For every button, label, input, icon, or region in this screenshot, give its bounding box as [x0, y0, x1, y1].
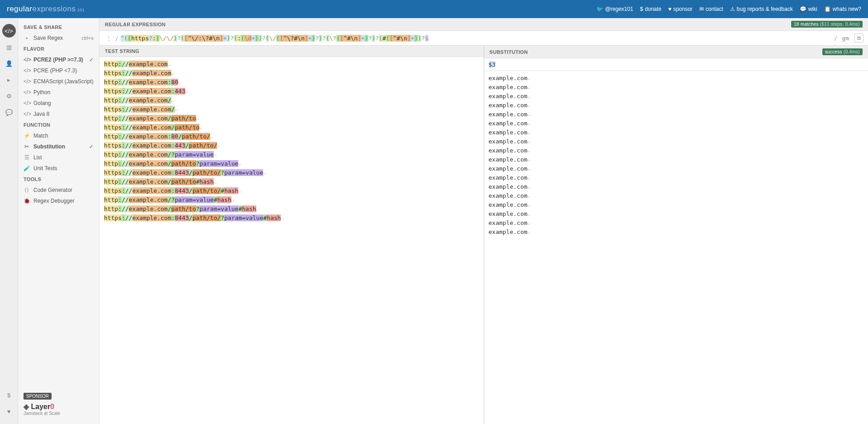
- flavor-item[interactable]: </>PCRE (PHP <7.3): [18, 65, 99, 76]
- flavor-icon: </>: [24, 111, 30, 117]
- section-save-share: SAVE & SHARE: [18, 22, 99, 33]
- rail-quiz-icon[interactable]: ▸: [2, 73, 16, 86]
- function-label: Unit Tests: [33, 165, 57, 172]
- link-icon: 📋: [824, 6, 831, 12]
- logo[interactable]: regularexpressions101: [7, 5, 85, 14]
- flavor-icon: </>: [24, 78, 30, 85]
- link-icon: 💬: [800, 6, 807, 12]
- link-label: whats new?: [833, 6, 861, 12]
- sponsor-link[interactable]: ♥sponsor: [668, 6, 693, 12]
- sidebar: SAVE & SHARE ▪ Save Regex ctrl+s FLAVOR …: [18, 18, 99, 424]
- function-item[interactable]: ☰List: [18, 152, 99, 163]
- flavor-label: PCRE2 (PHP >=7.3): [33, 57, 83, 63]
- regex-header: REGULAR EXPRESSION 18 matches (611 steps…: [99, 18, 868, 31]
- function-label: Substitution: [33, 143, 65, 150]
- rail-favorite-icon[interactable]: ♥: [2, 405, 16, 418]
- nav-rail: </> ▥ 👤 ▸ ⚙ 💬 $ ♥: [0, 18, 18, 424]
- flavor-icon: </>: [24, 100, 30, 106]
- rail-regex-icon[interactable]: </>: [2, 24, 16, 38]
- regex-pattern-input[interactable]: ^((https?:)\/\/)?([^\/:\?#\n]+)?(:(\d+))…: [121, 35, 832, 42]
- link-icon: 🐦: [596, 6, 603, 12]
- rail-settings-icon[interactable]: ⚙: [2, 89, 16, 103]
- match-count: 18 matches: [794, 22, 819, 27]
- flavor-icon: </>: [24, 89, 30, 95]
- app-header: regularexpressions101 🐦@regex101$donate♥…: [0, 0, 868, 18]
- flavor-item[interactable]: </>Python: [18, 87, 99, 98]
- flavor-item[interactable]: </>ECMAScript (JavaScript): [18, 76, 99, 87]
- tool-item[interactable]: ⟨⟩Code Generator: [18, 185, 99, 195]
- sponsor-logo-zero: 0: [50, 403, 54, 410]
- function-icon: 🧪: [24, 165, 30, 172]
- link-label: @regex101: [605, 6, 633, 12]
- sponsor-logo-main: Layer: [31, 403, 50, 410]
- test-header: TEST STRING: [99, 46, 484, 57]
- regex-input-bar[interactable]: ⋮ / ^((https?:)\/\/)?([^\/:\?#\n]+)?(:(\…: [99, 31, 868, 46]
- function-label: List: [33, 154, 42, 161]
- section-flavor: FLAVOR: [18, 43, 99, 54]
- copy-regex-icon[interactable]: ⧉: [854, 33, 863, 43]
- success-text: success: [825, 49, 842, 54]
- link-icon: ✉: [699, 6, 704, 12]
- link-icon: ♥: [668, 6, 671, 12]
- sidebar-save-regex[interactable]: ▪ Save Regex ctrl+s: [18, 33, 99, 43]
- regex-flags[interactable]: gm: [839, 35, 852, 42]
- flavor-icon: </>: [24, 57, 30, 63]
- function-icon: ✂: [24, 143, 30, 150]
- check-icon: ✓: [89, 57, 94, 63]
- test-string-input[interactable]: http://example.com↵ https://example.com↵…: [99, 57, 484, 424]
- twitter-link[interactable]: 🐦@regex101: [596, 6, 633, 12]
- tool-item[interactable]: 🐞Regex Debugger: [18, 195, 99, 206]
- substitution-header: SUBSTITUTION success (0.4ms): [484, 46, 868, 58]
- logo-sub: 101: [77, 8, 85, 12]
- contact-link[interactable]: ✉contact: [699, 6, 723, 12]
- flavor-item[interactable]: </>PCRE2 (PHP >=7.3)✓: [18, 54, 99, 65]
- link-label: bug reports & feedback: [737, 6, 793, 12]
- success-stats: (0.4ms): [842, 49, 860, 54]
- substitution-input[interactable]: $3: [484, 58, 868, 71]
- tool-icon: 🐞: [24, 198, 30, 204]
- function-label: Match: [33, 133, 48, 139]
- function-item[interactable]: ✂Substitution✓: [18, 141, 99, 152]
- function-icon: ⚡: [24, 133, 30, 139]
- content-area: REGULAR EXPRESSION 18 matches (611 steps…: [99, 18, 868, 424]
- flavor-item[interactable]: </>Golang: [18, 98, 99, 109]
- sponsor-block[interactable]: SPONSOR ◈ Layer0 Jamstack at Scale: [18, 388, 99, 420]
- logo-expressions: expressions: [32, 5, 75, 13]
- sponsor-logo: ◈ Layer0: [24, 402, 94, 411]
- link-icon: ⚠: [730, 6, 735, 12]
- rail-library-icon[interactable]: ▥: [2, 40, 16, 54]
- tool-label: Regex Debugger: [33, 198, 75, 204]
- rail-donate-icon[interactable]: $: [2, 388, 16, 402]
- substitution-output[interactable]: example.com↵ example.com↵ example.com↵ e…: [484, 71, 868, 424]
- function-item[interactable]: 🧪Unit Tests: [18, 163, 99, 174]
- check-icon: ✓: [89, 143, 94, 150]
- rail-account-icon[interactable]: 👤: [2, 57, 16, 70]
- wiki-link[interactable]: 💬wiki: [800, 6, 817, 12]
- flavor-label: Java 8: [33, 111, 49, 117]
- regex-label: REGULAR EXPRESSION: [105, 22, 165, 27]
- save-icon: ▪: [24, 35, 30, 41]
- function-item[interactable]: ⚡Match: [18, 130, 99, 141]
- split-panels: TEST STRING http://example.com↵ https://…: [99, 46, 868, 424]
- regex-delim-close: /: [832, 35, 840, 42]
- match-badge: 18 matches (611 steps, 0.4ms): [791, 21, 863, 28]
- donate-link[interactable]: $donate: [640, 6, 661, 12]
- sub-pattern-value: $3: [489, 61, 496, 68]
- test-label: TEST STRING: [105, 48, 139, 54]
- section-function: FUNCTION: [18, 119, 99, 130]
- bugs-link[interactable]: ⚠bug reports & feedback: [730, 6, 793, 12]
- main-layout: </> ▥ 👤 ▸ ⚙ 💬 $ ♥ SAVE & SHARE ▪ Save Re…: [0, 18, 868, 424]
- tool-label: Code Generator: [33, 187, 72, 193]
- save-regex-label: Save Regex: [33, 35, 63, 41]
- section-tools: TOOLS: [18, 174, 99, 185]
- flavor-item[interactable]: </>Java 8: [18, 109, 99, 119]
- rail-chat-icon[interactable]: 💬: [2, 105, 16, 119]
- link-label: donate: [645, 6, 661, 12]
- whatsnew-link[interactable]: 📋whats new?: [824, 6, 861, 12]
- flavor-label: PCRE (PHP <7.3): [33, 67, 77, 74]
- logo-regular: regular: [7, 5, 32, 13]
- test-panel: TEST STRING http://example.com↵ https://…: [99, 46, 484, 424]
- sponsor-tagline: Jamstack at Scale: [24, 411, 94, 416]
- substitution-panel: SUBSTITUTION success (0.4ms) $3 example.…: [484, 46, 868, 424]
- link-label: wiki: [808, 6, 817, 12]
